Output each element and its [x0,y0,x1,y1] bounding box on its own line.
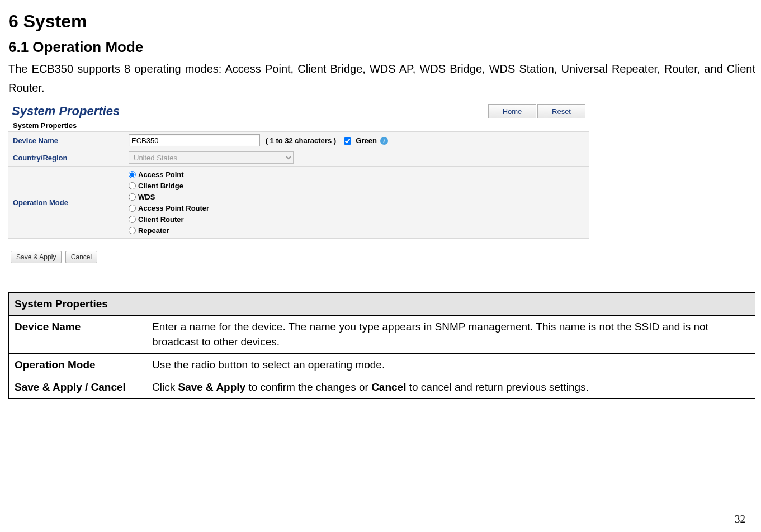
reset-button[interactable]: Reset [537,104,585,118]
table-row: Save & Apply / Cancel Click Save & Apply… [9,376,755,399]
radio-label-rep: Repeater [138,226,169,235]
home-button[interactable]: Home [488,104,536,118]
save-apply-button[interactable]: Save & Apply [11,251,62,263]
desc-key-save-cancel: Save & Apply / Cancel [9,376,146,399]
radio-ap-router[interactable] [129,205,136,212]
radio-client-bridge[interactable] [129,182,136,189]
desc-key-device-name: Device Name [9,315,146,353]
radio-client-router[interactable] [129,216,136,223]
section-header: System Properties [8,120,589,132]
green-checkbox[interactable] [344,137,351,145]
bold-cancel: Cancel [371,381,406,393]
panel-title: System Properties [12,104,487,118]
country-label: Country/Region [8,149,124,167]
desc-header: System Properties [9,293,755,316]
desc-val-save-cancel: Click Save & Apply to confirm the change… [146,376,755,399]
cancel-button[interactable]: Cancel [65,251,97,263]
page-number: 32 [735,513,745,525]
radio-label-ap: Access Point [138,170,184,179]
desc-val-opmode: Use the radio button to select an operat… [146,353,755,376]
device-name-label: Device Name [8,132,124,149]
description-table: System Properties Device Name Enter a na… [8,292,755,399]
desc-val-device-name: Enter a name for the device. The name yo… [146,315,755,353]
bold-save-apply: Save & Apply [178,381,245,393]
radio-wds[interactable] [129,193,136,201]
text-fragment: Click [152,381,178,393]
heading-operation-mode: 6.1 Operation Mode [8,39,755,56]
desc-key-opmode: Operation Mode [9,353,146,376]
info-icon[interactable]: i [380,137,388,145]
radio-label-apr: Access Point Router [138,204,209,212]
device-name-hint: ( 1 to 32 characters ) [266,136,336,145]
text-fragment: to cancel and return previous settings. [406,381,588,393]
radio-label-cr: Client Router [138,215,184,224]
radio-access-point[interactable] [129,171,136,178]
radio-repeater[interactable] [129,227,136,234]
country-select[interactable]: United States [129,151,294,164]
table-row: Device Name Enter a name for the device.… [9,315,755,353]
system-properties-screenshot: System Properties Home Reset System Prop… [8,102,589,265]
intro-paragraph: The ECB350 supports 8 operating modes: A… [8,59,755,97]
opmode-label: Operation Mode [8,167,124,239]
table-row: Operation Mode Use the radio button to s… [9,353,755,376]
heading-system: 6 System [8,11,755,32]
text-fragment: to confirm the changes or [245,381,371,393]
device-name-input[interactable] [129,134,260,146]
radio-label-cb: Client Bridge [138,182,183,190]
green-label: Green [356,136,377,145]
radio-label-wds: WDS [138,193,155,201]
